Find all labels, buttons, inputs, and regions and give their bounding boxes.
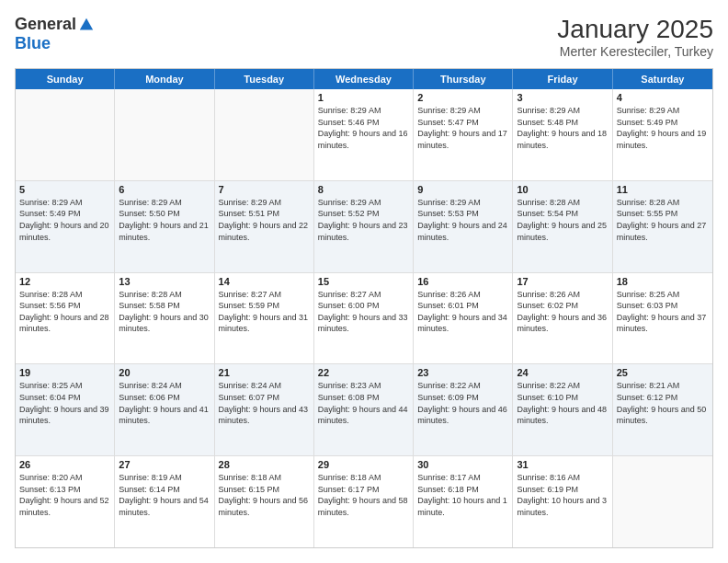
calendar-row: 1Sunrise: 8:29 AM Sunset: 5:46 PM Daylig… [16,89,712,181]
weekday-header: Monday [115,69,214,89]
day-number: 12 [19,276,110,287]
calendar-cell: 23Sunrise: 8:22 AM Sunset: 6:09 PM Dayli… [414,364,513,455]
month-title: January 2025 [557,15,713,44]
cell-sun-info: Sunrise: 8:22 AM Sunset: 6:09 PM Dayligh… [417,380,508,426]
weekday-header: Sunday [16,69,115,89]
day-number: 10 [517,184,608,195]
calendar-row: 19Sunrise: 8:25 AM Sunset: 6:04 PM Dayli… [16,364,712,456]
logo-blue-text: Blue [15,34,51,53]
weekday-header: Friday [513,69,612,89]
day-number: 21 [219,367,310,378]
calendar-cell [115,89,214,180]
day-number: 26 [19,459,110,470]
cell-sun-info: Sunrise: 8:21 AM Sunset: 6:12 PM Dayligh… [617,380,709,426]
calendar-cell: 13Sunrise: 8:28 AM Sunset: 5:58 PM Dayli… [115,273,214,364]
svg-marker-0 [80,17,93,29]
calendar-cell: 17Sunrise: 8:26 AM Sunset: 6:02 PM Dayli… [513,273,612,364]
cell-sun-info: Sunrise: 8:29 AM Sunset: 5:50 PM Dayligh… [119,197,210,243]
cell-sun-info: Sunrise: 8:29 AM Sunset: 5:49 PM Dayligh… [19,197,110,243]
weekday-header: Saturday [613,69,712,89]
day-number: 2 [417,92,508,103]
cell-sun-info: Sunrise: 8:19 AM Sunset: 6:14 PM Dayligh… [119,472,210,518]
calendar: SundayMondayTuesdayWednesdayThursdayFrid… [15,68,713,548]
day-number: 16 [417,276,508,287]
calendar-cell: 8Sunrise: 8:29 AM Sunset: 5:52 PM Daylig… [314,181,414,272]
calendar-cell: 22Sunrise: 8:23 AM Sunset: 6:08 PM Dayli… [314,364,414,455]
day-number: 22 [318,367,409,378]
logo-icon [78,17,95,33]
calendar-header: SundayMondayTuesdayWednesdayThursdayFrid… [16,69,712,89]
cell-sun-info: Sunrise: 8:23 AM Sunset: 6:08 PM Dayligh… [318,380,409,426]
cell-sun-info: Sunrise: 8:29 AM Sunset: 5:53 PM Dayligh… [417,197,508,243]
calendar-row: 5Sunrise: 8:29 AM Sunset: 5:49 PM Daylig… [16,181,712,273]
calendar-body: 1Sunrise: 8:29 AM Sunset: 5:46 PM Daylig… [16,89,712,547]
day-number: 1 [318,92,409,103]
day-number: 5 [19,184,110,195]
calendar-cell: 16Sunrise: 8:26 AM Sunset: 6:01 PM Dayli… [414,273,513,364]
weekday-header: Wednesday [314,69,414,89]
calendar-cell: 4Sunrise: 8:29 AM Sunset: 5:49 PM Daylig… [613,89,712,180]
calendar-cell: 14Sunrise: 8:27 AM Sunset: 5:59 PM Dayli… [215,273,314,364]
cell-sun-info: Sunrise: 8:16 AM Sunset: 6:19 PM Dayligh… [517,472,608,518]
cell-sun-info: Sunrise: 8:28 AM Sunset: 5:56 PM Dayligh… [19,289,110,335]
day-number: 7 [219,184,310,195]
calendar-cell: 27Sunrise: 8:19 AM Sunset: 6:14 PM Dayli… [115,456,214,547]
day-number: 25 [617,367,709,378]
cell-sun-info: Sunrise: 8:20 AM Sunset: 6:13 PM Dayligh… [19,472,110,518]
calendar-cell: 28Sunrise: 8:18 AM Sunset: 6:15 PM Dayli… [215,456,314,547]
day-number: 8 [318,184,409,195]
cell-sun-info: Sunrise: 8:29 AM Sunset: 5:52 PM Dayligh… [318,197,409,243]
day-number: 24 [517,367,608,378]
cell-sun-info: Sunrise: 8:25 AM Sunset: 6:04 PM Dayligh… [19,380,110,426]
calendar-cell: 18Sunrise: 8:25 AM Sunset: 6:03 PM Dayli… [613,273,712,364]
cell-sun-info: Sunrise: 8:18 AM Sunset: 6:15 PM Dayligh… [219,472,310,518]
calendar-cell: 12Sunrise: 8:28 AM Sunset: 5:56 PM Dayli… [16,273,115,364]
calendar-cell: 11Sunrise: 8:28 AM Sunset: 5:55 PM Dayli… [613,181,712,272]
cell-sun-info: Sunrise: 8:29 AM Sunset: 5:49 PM Dayligh… [617,105,709,151]
calendar-cell: 29Sunrise: 8:18 AM Sunset: 6:17 PM Dayli… [314,456,414,547]
calendar-cell: 3Sunrise: 8:29 AM Sunset: 5:48 PM Daylig… [513,89,612,180]
day-number: 28 [219,459,310,470]
calendar-cell: 9Sunrise: 8:29 AM Sunset: 5:53 PM Daylig… [414,181,513,272]
calendar-cell: 31Sunrise: 8:16 AM Sunset: 6:19 PM Dayli… [513,456,612,547]
header: General Blue January 2025 Merter Kereste… [15,15,713,59]
calendar-cell: 10Sunrise: 8:28 AM Sunset: 5:54 PM Dayli… [513,181,612,272]
calendar-cell [215,89,314,180]
cell-sun-info: Sunrise: 8:26 AM Sunset: 6:01 PM Dayligh… [417,289,508,335]
calendar-cell: 26Sunrise: 8:20 AM Sunset: 6:13 PM Dayli… [16,456,115,547]
calendar-cell [16,89,115,180]
logo-general-text: General [15,15,76,34]
page: General Blue January 2025 Merter Kereste… [0,0,728,563]
cell-sun-info: Sunrise: 8:18 AM Sunset: 6:17 PM Dayligh… [318,472,409,518]
cell-sun-info: Sunrise: 8:24 AM Sunset: 6:07 PM Dayligh… [219,380,310,426]
calendar-cell: 19Sunrise: 8:25 AM Sunset: 6:04 PM Dayli… [16,364,115,455]
day-number: 23 [417,367,508,378]
cell-sun-info: Sunrise: 8:27 AM Sunset: 5:59 PM Dayligh… [219,289,310,335]
cell-sun-info: Sunrise: 8:26 AM Sunset: 6:02 PM Dayligh… [517,289,608,335]
day-number: 4 [617,92,709,103]
location-subtitle: Merter Keresteciler, Turkey [557,44,713,59]
cell-sun-info: Sunrise: 8:28 AM Sunset: 5:54 PM Dayligh… [517,197,608,243]
title-block: January 2025 Merter Keresteciler, Turkey [557,15,713,59]
cell-sun-info: Sunrise: 8:17 AM Sunset: 6:18 PM Dayligh… [417,472,508,518]
calendar-cell: 7Sunrise: 8:29 AM Sunset: 5:51 PM Daylig… [215,181,314,272]
cell-sun-info: Sunrise: 8:28 AM Sunset: 5:55 PM Dayligh… [617,197,709,243]
cell-sun-info: Sunrise: 8:25 AM Sunset: 6:03 PM Dayligh… [617,289,709,335]
calendar-row: 26Sunrise: 8:20 AM Sunset: 6:13 PM Dayli… [16,456,712,547]
cell-sun-info: Sunrise: 8:24 AM Sunset: 6:06 PM Dayligh… [119,380,210,426]
day-number: 31 [517,459,608,470]
weekday-header: Tuesday [215,69,314,89]
day-number: 19 [19,367,110,378]
day-number: 11 [617,184,709,195]
day-number: 30 [417,459,508,470]
day-number: 15 [318,276,409,287]
calendar-cell: 25Sunrise: 8:21 AM Sunset: 6:12 PM Dayli… [613,364,712,455]
day-number: 6 [119,184,210,195]
calendar-cell: 2Sunrise: 8:29 AM Sunset: 5:47 PM Daylig… [414,89,513,180]
calendar-row: 12Sunrise: 8:28 AM Sunset: 5:56 PM Dayli… [16,273,712,365]
day-number: 29 [318,459,409,470]
day-number: 20 [119,367,210,378]
day-number: 3 [517,92,608,103]
day-number: 17 [517,276,608,287]
day-number: 14 [219,276,310,287]
